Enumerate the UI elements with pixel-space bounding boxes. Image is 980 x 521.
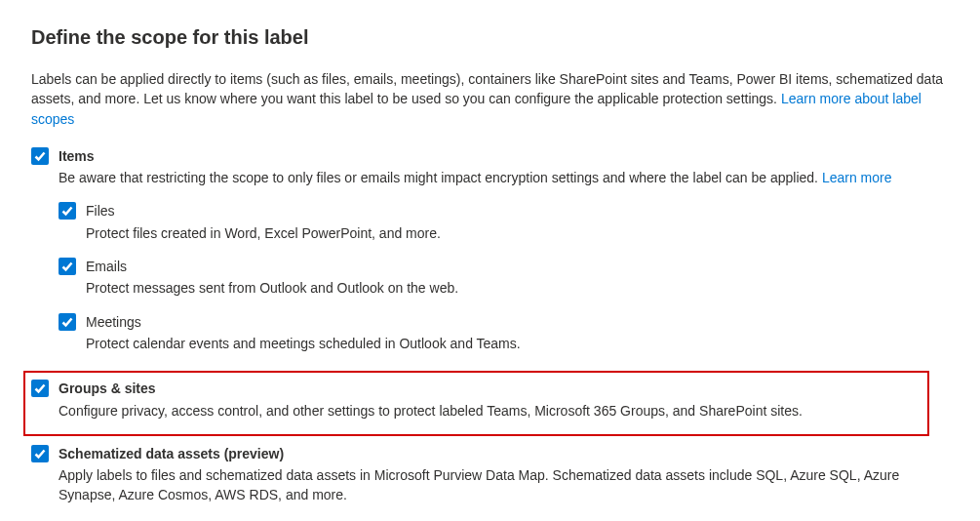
files-desc: Protect files created in Word, Excel Pow… bbox=[86, 223, 949, 243]
schematized-desc: Apply labels to files and schematized da… bbox=[59, 465, 949, 505]
option-files: Files Protect files created in Word, Exc… bbox=[59, 201, 949, 251]
option-meetings: Meetings Protect calendar events and mee… bbox=[59, 312, 949, 362]
checkmark-icon bbox=[61, 316, 73, 328]
emails-checkbox[interactable] bbox=[59, 258, 76, 275]
checkmark-icon bbox=[34, 150, 46, 162]
option-emails: Emails Protect messages sent from Outloo… bbox=[59, 257, 949, 306]
files-title: Files bbox=[86, 201, 949, 220]
highlight-box: Groups & sites Configure privacy, access… bbox=[23, 371, 929, 436]
groups-desc: Configure privacy, access control, and o… bbox=[59, 401, 920, 421]
groups-checkbox[interactable] bbox=[31, 380, 49, 397]
meetings-title: Meetings bbox=[86, 312, 949, 332]
checkmark-icon bbox=[61, 260, 73, 272]
checkmark-icon bbox=[61, 205, 73, 217]
schematized-title: Schematized data assets (preview) bbox=[59, 444, 949, 463]
items-checkbox[interactable] bbox=[31, 147, 49, 165]
meetings-checkbox[interactable] bbox=[59, 313, 76, 331]
emails-title: Emails bbox=[86, 257, 949, 276]
checkmark-icon bbox=[34, 382, 46, 394]
emails-desc: Protect messages sent from Outlook and O… bbox=[86, 278, 949, 298]
option-schematized: Schematized data assets (preview) Apply … bbox=[31, 444, 949, 513]
files-checkbox[interactable] bbox=[59, 202, 76, 220]
intro-text: Labels can be applied directly to items … bbox=[31, 69, 949, 129]
option-items: Items Be aware that restricting the scop… bbox=[31, 146, 949, 361]
schematized-checkbox[interactable] bbox=[31, 445, 49, 462]
meetings-desc: Protect calendar events and meetings sch… bbox=[86, 334, 949, 353]
option-groups-sites: Groups & sites Configure privacy, access… bbox=[31, 379, 920, 428]
learn-more-items-link[interactable]: Learn more bbox=[822, 170, 892, 185]
checkmark-icon bbox=[34, 448, 46, 460]
items-title: Items bbox=[59, 146, 949, 166]
page-title: Define the scope for this label bbox=[31, 23, 949, 52]
groups-title: Groups & sites bbox=[59, 379, 920, 398]
items-desc: Be aware that restricting the scope to o… bbox=[59, 168, 949, 187]
